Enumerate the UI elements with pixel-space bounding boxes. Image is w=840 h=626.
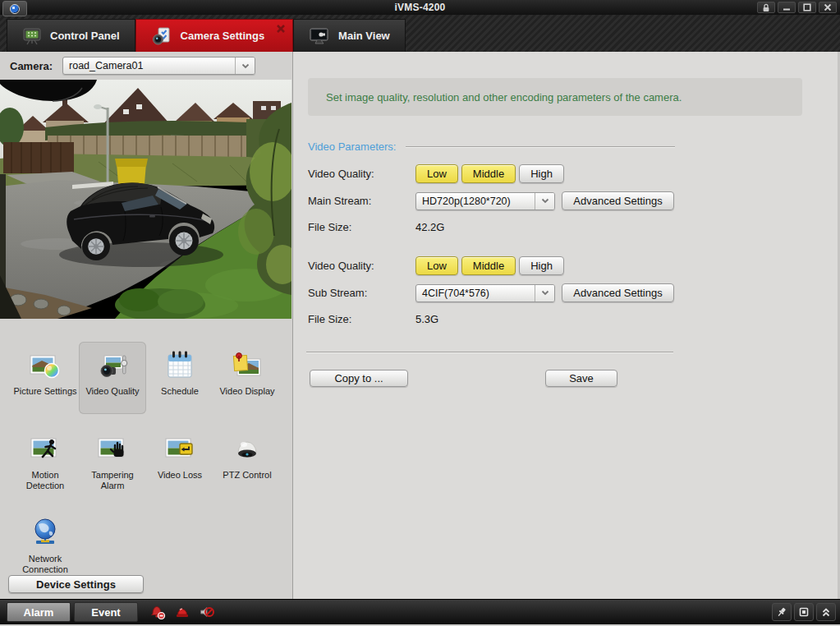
picture-settings-icon: [11, 347, 79, 384]
feature-video-display[interactable]: Video Display: [213, 342, 281, 414]
camera-preview: [0, 80, 291, 319]
sub-filesize-value: 5.3G: [415, 313, 438, 325]
left-panel: Camera: road_Camera01: [0, 52, 293, 599]
feature-video-loss[interactable]: Video Loss: [146, 426, 213, 498]
window-title: iVMS-4200: [0, 2, 840, 13]
settings-panel: Set image quality, resolution and other …: [293, 52, 840, 599]
feature-network-connection[interactable]: Network Connection: [11, 509, 79, 582]
app-logo-icon: [2, 1, 27, 16]
chevron-down-icon: [235, 58, 255, 74]
camera-settings-icon: [151, 26, 172, 46]
motion-detection-icon: [11, 430, 79, 468]
alarm-bell-mute-icon[interactable]: [149, 604, 166, 620]
sub-stream-select[interactable]: 4CIF(704*576): [415, 284, 555, 302]
feature-ptz-control[interactable]: PTZ Control: [213, 426, 281, 498]
tab-camera-settings[interactable]: Camera Settings: [135, 19, 294, 52]
status-bar: Alarm Event: [0, 599, 840, 624]
camera-select[interactable]: road_Camera01: [62, 57, 255, 75]
schedule-icon: [146, 347, 213, 384]
sub-quality-low-button[interactable]: Low: [415, 256, 458, 275]
sub-filesize-row: File Size: 5.3G: [293, 313, 838, 325]
close-button[interactable]: [819, 2, 837, 13]
feature-schedule[interactable]: Schedule: [146, 342, 213, 414]
main-advanced-settings-button[interactable]: Advanced Settings: [562, 191, 674, 210]
description-text: Set image quality, resolution and other …: [326, 91, 682, 104]
main-content: Camera: road_Camera01: [0, 52, 840, 599]
sub-advanced-settings-button[interactable]: Advanced Settings: [562, 283, 674, 302]
tab-bar: Control Panel Camera Settings Main View: [0, 15, 840, 52]
feature-grid: Picture Settings Video Quality Schedule: [0, 319, 292, 593]
main-view-icon: [309, 26, 330, 46]
actions-divider: [306, 352, 673, 353]
tab-label: Main View: [338, 30, 390, 42]
chevron-down-icon: [535, 285, 554, 301]
float-window-icon[interactable]: [794, 603, 814, 621]
pin-icon[interactable]: [772, 603, 792, 621]
device-settings-button[interactable]: Device Settings: [8, 575, 144, 593]
tampering-alarm-icon: [79, 430, 146, 468]
video-loss-icon: [146, 430, 213, 468]
sub-quality-row: Video Quality: Low Middle High: [293, 256, 838, 275]
app-window: iVMS-4200 Control Panel: [0, 0, 840, 626]
network-connection-icon: [11, 514, 79, 552]
video-parameters-section: Video Parameters:: [308, 140, 675, 153]
tab-label: Camera Settings: [181, 30, 265, 42]
main-filesize-value: 42.2G: [415, 221, 444, 233]
feature-video-quality[interactable]: Video Quality: [79, 342, 146, 414]
sub-quality-high-button[interactable]: High: [519, 256, 564, 275]
section-divider: [406, 146, 675, 148]
video-display-icon: [213, 347, 281, 384]
sub-quality-middle-button[interactable]: Middle: [461, 256, 516, 275]
section-title: Video Parameters:: [308, 140, 396, 153]
tab-label: Control Panel: [50, 30, 120, 42]
lock-icon[interactable]: [757, 2, 775, 13]
chevron-down-icon: [535, 193, 554, 209]
ptz-control-icon: [213, 430, 281, 468]
description-box: Set image quality, resolution and other …: [308, 78, 802, 116]
event-tab[interactable]: Event: [74, 602, 138, 622]
maximize-button[interactable]: [798, 2, 816, 13]
main-stream-row: Main Stream: HD720p(1280*720) Advanced S…: [293, 191, 838, 210]
tab-close-icon[interactable]: [276, 24, 286, 34]
tab-control-panel[interactable]: Control Panel: [7, 19, 135, 52]
save-button[interactable]: Save: [545, 370, 617, 387]
audio-mute-icon[interactable]: [199, 604, 215, 620]
tab-main-view[interactable]: Main View: [293, 19, 406, 52]
siren-icon[interactable]: [174, 604, 190, 620]
title-bar: iVMS-4200: [0, 0, 840, 15]
video-quality-icon: [79, 347, 146, 384]
copy-to-button[interactable]: Copy to ...: [310, 370, 408, 387]
camera-label: Camera:: [10, 60, 53, 72]
sub-stream-row: Sub Stream: 4CIF(704*576) Advanced Setti…: [293, 283, 838, 302]
alarm-tab[interactable]: Alarm: [7, 602, 71, 622]
camera-select-value: road_Camera01: [63, 58, 235, 74]
main-quality-high-button[interactable]: High: [519, 164, 564, 183]
main-quality-middle-button[interactable]: Middle: [461, 164, 516, 183]
main-stream-select[interactable]: HD720p(1280*720): [415, 192, 555, 210]
collapse-up-icon[interactable]: [816, 603, 836, 621]
feature-motion-detection[interactable]: Motion Detection: [11, 426, 79, 498]
main-filesize-row: File Size: 42.2G: [293, 221, 838, 233]
minimize-button[interactable]: [778, 2, 796, 13]
feature-picture-settings[interactable]: Picture Settings: [11, 342, 79, 414]
main-quality-low-button[interactable]: Low: [415, 164, 458, 183]
main-quality-row: Video Quality: Low Middle High: [293, 164, 838, 183]
feature-tampering-alarm[interactable]: Tampering Alarm: [79, 426, 146, 498]
control-panel-icon: [22, 27, 42, 45]
